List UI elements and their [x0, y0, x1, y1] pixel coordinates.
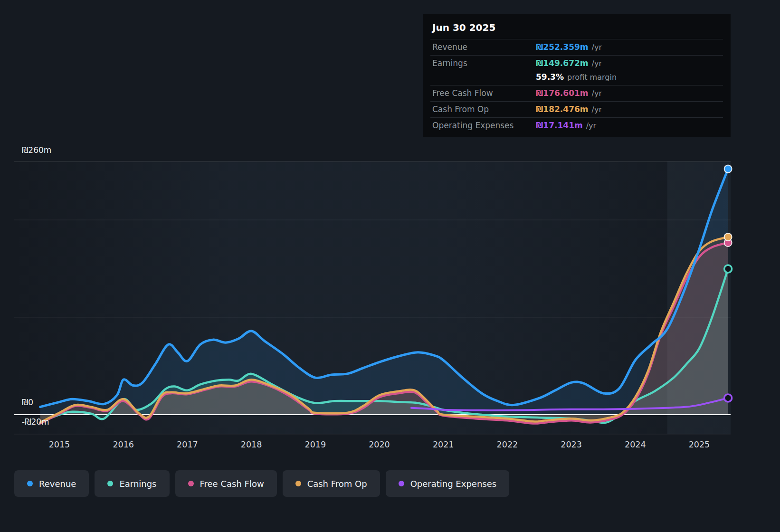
- legend-dot: [295, 481, 301, 486]
- y-axis-label-bottom: -₪20m: [22, 417, 49, 427]
- tooltip-row-earnings: Earnings₪149.672m/yr: [423, 56, 731, 71]
- operating-expenses-endpoint-dot[interactable]: [724, 394, 732, 402]
- x-axis-label-2019: 2019: [296, 440, 334, 449]
- revenue-endpoint-dot[interactable]: [724, 165, 732, 173]
- tooltip-row-value: ₪149.672m: [536, 58, 589, 68]
- x-axis-label-2024: 2024: [616, 440, 654, 449]
- tooltip-row-operating-expenses: Operating Expenses₪17.141m/yr: [423, 118, 731, 133]
- legend-item-earnings[interactable]: Earnings: [95, 470, 169, 497]
- x-axis-label-2015: 2015: [40, 440, 78, 449]
- legend-item-cash-from-op[interactable]: Cash From Op: [283, 470, 380, 497]
- tooltip: Jun 30 2025 Revenue₪252.359m/yrEarnings₪…: [423, 14, 731, 137]
- legend-label: Revenue: [39, 479, 76, 489]
- tooltip-row-suffix: /yr: [592, 58, 602, 68]
- x-axis-label-2023: 2023: [552, 440, 590, 449]
- tooltip-row-label: Cash From Op: [432, 104, 536, 114]
- tooltip-row-suffix: /yr: [592, 88, 602, 98]
- x-axis-label-2016: 2016: [105, 440, 143, 449]
- chart-page: ₪260m ₪0 -₪20m 2015201620172018201920202…: [0, 0, 780, 532]
- legend-item-revenue[interactable]: Revenue: [14, 470, 89, 497]
- legend-label: Earnings: [119, 479, 156, 489]
- tooltip-date: Jun 30 2025: [423, 14, 731, 39]
- legend-item-operating-expenses[interactable]: Operating Expenses: [386, 470, 509, 497]
- tooltip-row-value: ₪176.601m: [536, 88, 589, 98]
- legend-dot: [399, 481, 404, 486]
- tooltip-row-value: ₪182.476m: [536, 104, 589, 114]
- tooltip-row-value: ₪17.141m: [536, 121, 583, 131]
- tooltip-row-label: Free Cash Flow: [432, 88, 536, 98]
- legend: RevenueEarningsFree Cash FlowCash From O…: [14, 470, 509, 497]
- tooltip-row-label: Operating Expenses: [432, 121, 536, 131]
- tooltip-row-cash-from-op: Cash From Op₪182.476m/yr: [423, 102, 731, 117]
- legend-label: Operating Expenses: [410, 479, 496, 489]
- legend-dot: [188, 481, 194, 486]
- x-axis-label-2017: 2017: [168, 440, 206, 449]
- x-axis-label-2025: 2025: [680, 440, 718, 449]
- tooltip-row-suffix: /yr: [586, 121, 596, 131]
- tooltip-row-suffix: /yr: [592, 104, 602, 114]
- y-axis-label-zero: ₪0: [22, 398, 33, 407]
- x-axis-label-2022: 2022: [488, 440, 526, 449]
- x-axis-label-2018: 2018: [232, 440, 270, 449]
- tooltip-row-suffix: /yr: [592, 42, 602, 52]
- legend-dot: [27, 481, 33, 486]
- tooltip-row-suffix: profit margin: [567, 72, 617, 82]
- cash-from-op-endpoint-dot[interactable]: [724, 233, 732, 241]
- tooltip-row-revenue: Revenue₪252.359m/yr: [423, 39, 731, 55]
- x-axis-label-2020: 2020: [361, 440, 399, 449]
- tooltip-row-profit-margin: 59.3%profit margin: [423, 71, 731, 85]
- tooltip-rows: Revenue₪252.359m/yrEarnings₪149.672m/yr5…: [423, 39, 731, 133]
- legend-label: Free Cash Flow: [200, 479, 264, 489]
- legend-item-free-cash-flow[interactable]: Free Cash Flow: [175, 470, 277, 497]
- x-axis-label-2021: 2021: [424, 440, 462, 449]
- legend-label: Cash From Op: [307, 479, 367, 489]
- tooltip-row-label: Revenue: [432, 42, 536, 52]
- earnings-endpoint-dot[interactable]: [724, 265, 732, 273]
- tooltip-row-value: 59.3%: [536, 72, 564, 82]
- y-axis-label-top: ₪260m: [22, 145, 51, 155]
- tooltip-row-free-cash-flow: Free Cash Flow₪176.601m/yr: [423, 86, 731, 101]
- tooltip-row-value: ₪252.359m: [536, 42, 589, 52]
- legend-dot: [107, 481, 113, 486]
- tooltip-row-label: Earnings: [432, 58, 536, 68]
